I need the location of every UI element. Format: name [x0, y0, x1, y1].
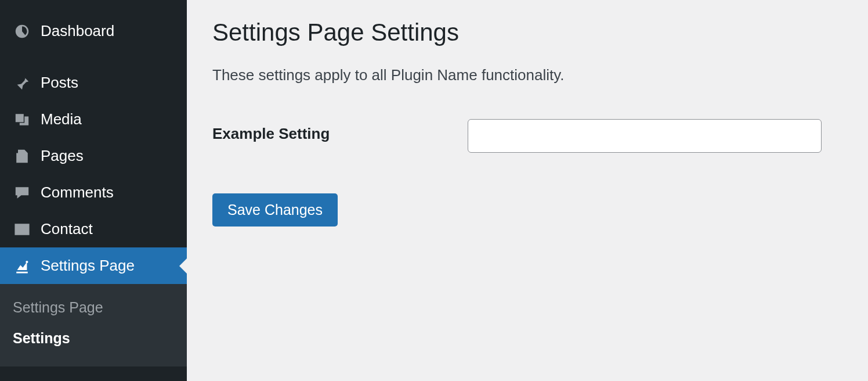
sidebar-item-label: Pages — [41, 147, 84, 165]
field-label: Example Setting — [212, 119, 468, 143]
sidebar-item-label: Settings Page — [41, 257, 135, 275]
submenu-item-settings[interactable]: Settings — [0, 323, 187, 354]
sidebar-item-label: Contact — [41, 220, 93, 238]
sidebar-item-contact[interactable]: Contact — [0, 211, 187, 247]
sidebar-item-posts[interactable]: Posts — [0, 64, 187, 101]
sidebar-item-label: Posts — [41, 74, 78, 92]
admin-submenu: Settings Page Settings — [0, 284, 187, 366]
sidebar-item-pages[interactable]: Pages — [0, 138, 187, 174]
chart-icon — [12, 258, 32, 274]
sidebar-item-settings-page[interactable]: Settings Page — [0, 247, 187, 284]
svg-point-2 — [26, 260, 28, 263]
sidebar-item-label: Comments — [41, 184, 114, 202]
submenu-item-settings-page[interactable]: Settings Page — [0, 292, 187, 323]
page-description: These settings apply to all Plugin Name … — [212, 66, 842, 84]
save-changes-button[interactable]: Save Changes — [212, 193, 338, 227]
svg-point-0 — [25, 117, 27, 119]
comment-icon — [12, 185, 32, 201]
menu-separator — [0, 49, 187, 64]
pin-icon — [12, 75, 32, 91]
sidebar-item-media[interactable]: Media — [0, 101, 187, 138]
dashboard-icon — [12, 23, 32, 39]
admin-sidebar: Dashboard Posts Media Pages — [0, 0, 187, 381]
svg-rect-1 — [16, 224, 28, 234]
sidebar-item-dashboard[interactable]: Dashboard — [0, 13, 187, 49]
page-title: Settings Page Settings — [212, 19, 842, 46]
mail-icon — [12, 221, 32, 238]
main-content: Settings Page Settings These settings ap… — [187, 0, 868, 381]
pages-icon — [12, 148, 32, 164]
admin-menu: Dashboard Posts Media Pages — [0, 0, 187, 366]
sidebar-item-label: Dashboard — [41, 22, 114, 40]
form-row-example-setting: Example Setting — [212, 119, 842, 153]
media-icon — [12, 112, 32, 128]
example-setting-input[interactable] — [468, 119, 822, 153]
sidebar-item-label: Media — [41, 110, 82, 128]
sidebar-item-comments[interactable]: Comments — [0, 174, 187, 211]
